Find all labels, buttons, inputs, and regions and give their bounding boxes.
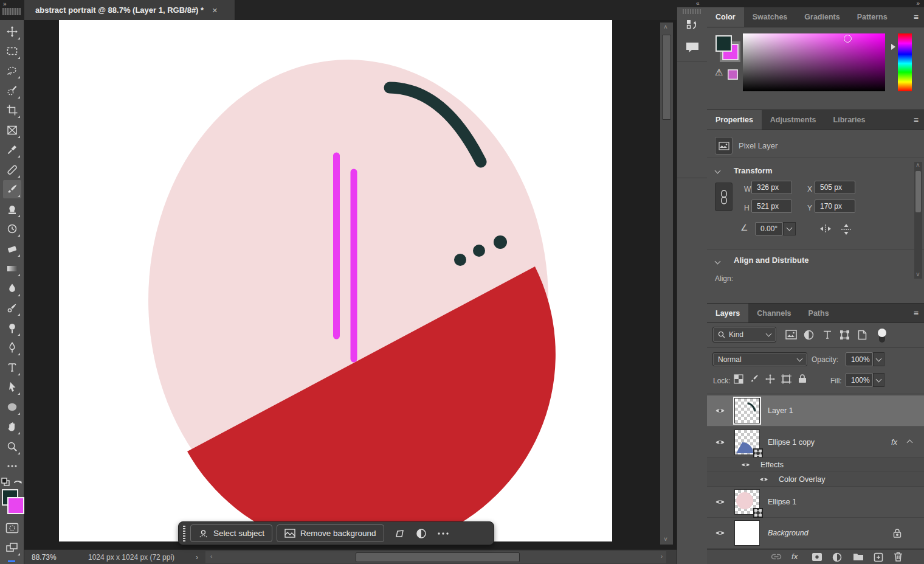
- align-collapse-icon[interactable]: [715, 259, 721, 265]
- color-panel-menu-icon[interactable]: ≡: [914, 12, 919, 22]
- default-colors-icon[interactable]: [1, 478, 10, 486]
- properties-scroll-up-icon[interactable]: ˄: [916, 162, 920, 169]
- width-input[interactable]: 326 px: [751, 181, 792, 194]
- taskbar-drag-handle[interactable]: [183, 526, 185, 541]
- color-overlay-eye-icon[interactable]: [756, 476, 771, 482]
- status-next-icon[interactable]: ›: [196, 553, 198, 562]
- layer-name[interactable]: Background: [768, 529, 808, 537]
- filter-shape-layers-icon[interactable]: [840, 330, 850, 342]
- eyedropper-tool[interactable]: [3, 141, 21, 159]
- layer-name[interactable]: Layer 1: [768, 406, 793, 415]
- link-layers-icon[interactable]: [770, 552, 782, 563]
- quick-selection-tool[interactable]: [3, 82, 21, 100]
- add-layer-style-icon[interactable]: fx: [791, 552, 798, 561]
- collapse-effects-icon[interactable]: [907, 440, 913, 446]
- align-title[interactable]: Align and Distribute: [734, 256, 809, 265]
- lock-position-icon[interactable]: [765, 374, 775, 386]
- document-tab[interactable]: abstract portrait @ 88.7% (Layer 1, RGB/…: [24, 0, 235, 20]
- color-field[interactable]: [743, 33, 885, 91]
- crop-tool[interactable]: [3, 101, 21, 119]
- tab-patterns[interactable]: Patterns: [849, 7, 896, 27]
- new-layer-icon[interactable]: [874, 552, 883, 564]
- swap-colors-icon[interactable]: [13, 476, 24, 488]
- lock-transparency-icon[interactable]: [734, 374, 743, 386]
- layer-row-ellipse1[interactable]: Ellipse 1: [707, 487, 924, 518]
- edit-toolbar-ellipsis-icon[interactable]: [3, 457, 21, 475]
- filter-adjustment-layers-icon[interactable]: [804, 330, 814, 342]
- panel-foreground-swatch[interactable]: [715, 35, 732, 52]
- type-tool[interactable]: [3, 358, 21, 377]
- scroll-left-icon[interactable]: ‹: [210, 554, 212, 560]
- dark-dot-2[interactable]: [473, 245, 485, 257]
- properties-scroll-thumb[interactable]: [915, 171, 921, 212]
- angle-dropdown-button[interactable]: [783, 222, 796, 235]
- transform-title[interactable]: Transform: [734, 166, 773, 175]
- ellipse1-thumbnail[interactable]: [734, 489, 760, 515]
- rectangular-marquee-tool[interactable]: [3, 42, 21, 60]
- tab-layers[interactable]: Layers: [707, 304, 748, 322]
- ellipse-shape-tool[interactable]: [3, 398, 21, 416]
- lock-all-icon[interactable]: [798, 374, 807, 385]
- toolbar-expand-icon[interactable]: »: [3, 1, 6, 7]
- angle-input[interactable]: 0.00°: [755, 222, 783, 235]
- color-overlay-row[interactable]: Color Overlay: [707, 472, 924, 487]
- add-adjustment-layer-icon[interactable]: [832, 552, 842, 564]
- properties-scrollbar[interactable]: ˄ ˅: [914, 162, 922, 279]
- new-group-folder-icon[interactable]: [853, 552, 864, 563]
- tab-libraries[interactable]: Libraries: [825, 110, 874, 130]
- layer-name[interactable]: Ellipse 1: [768, 498, 796, 506]
- eraser-tool[interactable]: [3, 240, 21, 258]
- link-dimensions-button[interactable]: [715, 183, 733, 211]
- zoom-tool[interactable]: [3, 437, 21, 456]
- fill-input[interactable]: 100%: [846, 373, 873, 387]
- panels-expand-icon[interactable]: »: [916, 0, 919, 7]
- layer-row-ellipse1copy[interactable]: Ellipse 1 copy fx: [707, 427, 924, 458]
- tab-paths[interactable]: Paths: [800, 304, 838, 322]
- filter-toggle[interactable]: [877, 328, 887, 346]
- transform-collapse-icon[interactable]: [715, 168, 721, 174]
- remove-background-button[interactable]: Remove background: [277, 524, 384, 542]
- gamut-warning-icon[interactable]: ⚠: [715, 67, 723, 78]
- visibility-eye-icon[interactable]: [712, 407, 728, 414]
- healing-brush-tool[interactable]: [3, 161, 21, 179]
- quick-mask-icon[interactable]: [3, 519, 21, 537]
- canvas-horizontal-scrollbar[interactable]: ‹ ›: [205, 551, 666, 563]
- tab-adjustments[interactable]: Adjustments: [762, 110, 825, 130]
- tab-color[interactable]: Color: [707, 7, 744, 27]
- x-input[interactable]: 505 px: [815, 181, 855, 194]
- layer-name[interactable]: Ellipse 1 copy: [768, 438, 815, 447]
- filter-pixel-layers-icon[interactable]: [785, 330, 797, 341]
- blend-mode-select[interactable]: Normal: [712, 352, 807, 366]
- y-input[interactable]: 170 px: [815, 200, 855, 213]
- brush-tool[interactable]: [3, 180, 21, 198]
- tab-gradients[interactable]: Gradients: [796, 7, 848, 27]
- close-icon[interactable]: ×: [212, 5, 218, 15]
- dodge-tool[interactable]: [3, 319, 21, 337]
- clone-stamp-tool[interactable]: [3, 200, 21, 218]
- layers-panel-menu-icon[interactable]: ≡: [914, 308, 919, 318]
- fill-dropdown-button[interactable]: [873, 373, 884, 387]
- layer-filter-select[interactable]: Kind: [712, 327, 776, 343]
- tab-properties[interactable]: Properties: [707, 110, 762, 130]
- properties-panel-menu-icon[interactable]: ≡: [914, 115, 919, 125]
- smudge-tool[interactable]: [3, 299, 21, 317]
- select-subject-button[interactable]: Select subject: [190, 524, 272, 542]
- layer1-thumbnail[interactable]: [734, 398, 760, 423]
- scroll-down-icon[interactable]: ˅: [664, 537, 667, 543]
- delete-layer-trash-icon[interactable]: [894, 552, 903, 563]
- background-color-swatch[interactable]: [7, 497, 24, 514]
- layer-effects-fx-icon[interactable]: fx: [891, 437, 897, 447]
- flip-horizontal-icon[interactable]: [819, 223, 832, 236]
- ellipse1copy-thumbnail[interactable]: [734, 430, 760, 455]
- layer-row-layer1[interactable]: Layer 1: [707, 395, 924, 426]
- visibility-eye-icon[interactable]: [712, 529, 728, 537]
- height-input[interactable]: 521 px: [751, 200, 792, 213]
- history-brush-tool[interactable]: [3, 220, 21, 238]
- visibility-eye-icon[interactable]: [712, 439, 728, 446]
- layer-effects-row[interactable]: Effects: [707, 458, 924, 472]
- status-zoom-level[interactable]: 88.73%: [32, 553, 57, 562]
- transform-warp-icon[interactable]: [388, 524, 410, 542]
- lasso-tool[interactable]: [3, 61, 21, 80]
- document-canvas[interactable]: [59, 20, 612, 541]
- toolbar-grip[interactable]: [2, 8, 21, 15]
